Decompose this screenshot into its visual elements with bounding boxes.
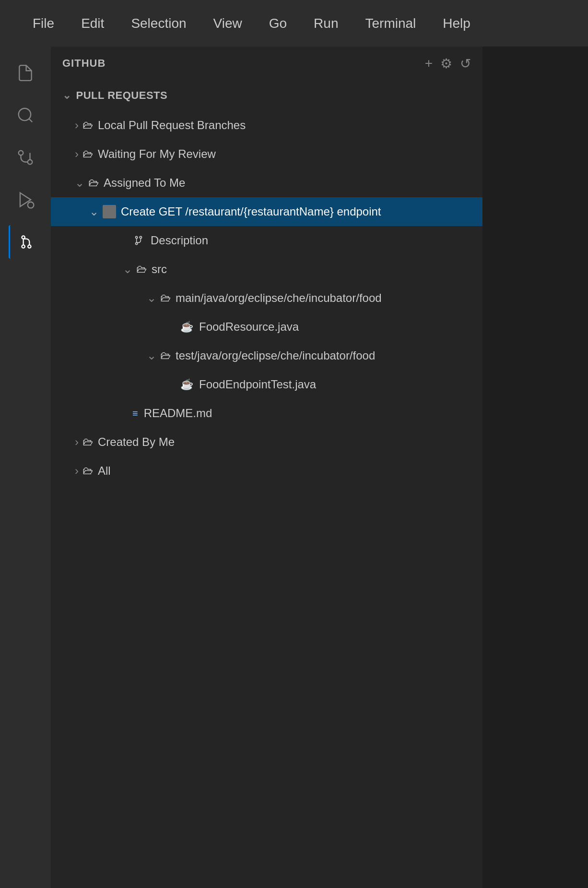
main-content — [482, 47, 588, 888]
waiting-review-folder-icon: 🗁 — [82, 148, 93, 160]
src-label: src — [152, 263, 167, 276]
readme-icon: ≡ — [132, 408, 138, 419]
sidebar-header-actions: + ⚙ ↺ — [425, 56, 471, 72]
pull-requests-chevron — [62, 89, 71, 102]
files-icon — [16, 64, 35, 82]
pull-requests-section[interactable]: Pull Requests — [51, 80, 482, 111]
menu-terminal[interactable]: Terminal — [361, 14, 420, 33]
local-pull-request-item[interactable]: › 🗁 Local Pull Request Branches — [51, 111, 482, 140]
assigned-label: Assigned To Me — [104, 176, 185, 190]
run-icon — [16, 191, 35, 209]
pr-title-label: Create GET /restaurant/{restaurantName} … — [121, 205, 381, 218]
refresh-button[interactable]: ↺ — [460, 56, 471, 72]
activity-icon-github[interactable] — [9, 225, 42, 259]
menu-bar: File Edit Selection View Go Run Terminal… — [0, 0, 588, 47]
menu-selection[interactable]: Selection — [127, 14, 190, 33]
waiting-review-label: Waiting For My Review — [98, 147, 216, 161]
food-resource-label: FoodResource.java — [199, 320, 299, 334]
menu-file[interactable]: File — [29, 14, 58, 33]
pr-chevron-down: ⌄ — [89, 205, 99, 218]
waiting-review-item[interactable]: › 🗁 Waiting For My Review — [51, 140, 482, 168]
java-icon-food-resource: ☕ — [180, 321, 193, 333]
food-endpoint-test-item[interactable]: ☕ FoodEndpointTest.java — [51, 370, 482, 399]
all-chevron: › — [75, 464, 79, 478]
svg-line-1 — [29, 119, 32, 122]
all-folder-icon: 🗁 — [82, 465, 93, 477]
assigned-folder-icon: 🗁 — [88, 177, 99, 189]
src-chevron: ⌄ — [123, 263, 132, 276]
main-java-label: main/java/org/eclipse/che/incubator/food — [176, 291, 382, 305]
pr-description-icon — [132, 234, 145, 247]
food-endpoint-label: FoodEndpointTest.java — [199, 378, 316, 391]
svg-point-6 — [28, 202, 34, 208]
svg-point-0 — [19, 108, 31, 120]
sidebar-title: GitHub — [62, 57, 106, 70]
add-button[interactable]: + — [425, 56, 433, 71]
test-java-chevron: ⌄ — [147, 349, 156, 362]
source-control-icon — [16, 148, 35, 167]
test-java-label: test/java/org/eclipse/che/incubator/food — [176, 349, 375, 362]
svg-point-2 — [19, 151, 24, 156]
assigned-to-me-item[interactable]: ⌄ 🗁 Assigned To Me — [51, 168, 482, 197]
svg-point-13 — [140, 236, 141, 238]
all-label: All — [98, 464, 111, 478]
main-java-folder-item[interactable]: ⌄ 🗁 main/java/org/eclipse/che/incubator/… — [51, 284, 482, 312]
waiting-review-chevron: › — [75, 147, 79, 161]
food-resource-item[interactable]: ☕ FoodResource.java — [51, 312, 482, 341]
activity-bar — [0, 47, 51, 888]
assigned-chevron: ⌄ — [75, 176, 84, 190]
menu-run[interactable]: Run — [310, 14, 342, 33]
main-java-folder-icon: 🗁 — [160, 292, 171, 304]
description-label: Description — [151, 234, 208, 247]
all-item[interactable]: › 🗁 All — [51, 456, 482, 485]
description-item[interactable]: Description — [51, 226, 482, 255]
test-java-folder-item[interactable]: ⌄ 🗁 test/java/org/eclipse/che/incubator/… — [51, 341, 482, 370]
created-by-me-item[interactable]: › 🗁 Created By Me — [51, 428, 482, 456]
search-icon — [16, 106, 35, 124]
main-layout: GitHub + ⚙ ↺ Pull Requests › 🗁 Local Pul… — [0, 47, 588, 888]
activity-icon-run[interactable] — [9, 183, 42, 216]
local-pr-chevron-right: › — [75, 119, 79, 132]
menu-help[interactable]: Help — [439, 14, 474, 33]
readme-item[interactable]: ≡ README.md — [51, 399, 482, 428]
sidebar-header: GitHub + ⚙ ↺ — [51, 47, 482, 80]
pr-create-get-item[interactable]: ⌄ Create GET /restaurant/{restaurantName… — [51, 197, 482, 226]
activity-icon-search[interactable] — [9, 98, 42, 132]
activity-icon-source-control[interactable] — [9, 141, 42, 174]
pull-requests-label: Pull Requests — [76, 89, 168, 102]
readme-label: README.md — [144, 407, 212, 420]
created-by-me-label: Created By Me — [98, 435, 175, 449]
menu-edit[interactable]: Edit — [77, 14, 108, 33]
created-by-me-folder-icon: 🗁 — [82, 436, 93, 448]
java-icon-food-endpoint: ☕ — [180, 378, 193, 391]
svg-point-9 — [28, 245, 31, 248]
src-folder-icon: 🗁 — [136, 263, 147, 276]
pr-icon-badge — [103, 205, 116, 218]
settings-button[interactable]: ⚙ — [440, 56, 452, 72]
created-by-me-chevron: › — [75, 435, 79, 449]
main-java-chevron: ⌄ — [147, 291, 156, 305]
svg-point-7 — [22, 245, 24, 248]
local-pr-folder-icon: 🗁 — [82, 119, 93, 132]
github-icon — [17, 233, 35, 251]
sidebar: GitHub + ⚙ ↺ Pull Requests › 🗁 Local Pul… — [51, 47, 482, 888]
svg-point-12 — [136, 236, 138, 238]
svg-point-3 — [28, 160, 33, 165]
menu-go[interactable]: Go — [265, 14, 291, 33]
menu-view[interactable]: View — [210, 14, 246, 33]
test-java-folder-icon: 🗁 — [160, 349, 171, 362]
local-pr-label: Local Pull Request Branches — [98, 119, 246, 132]
svg-marker-5 — [20, 193, 31, 207]
activity-icon-files[interactable] — [9, 56, 42, 90]
src-folder-item[interactable]: ⌄ 🗁 src — [51, 255, 482, 284]
